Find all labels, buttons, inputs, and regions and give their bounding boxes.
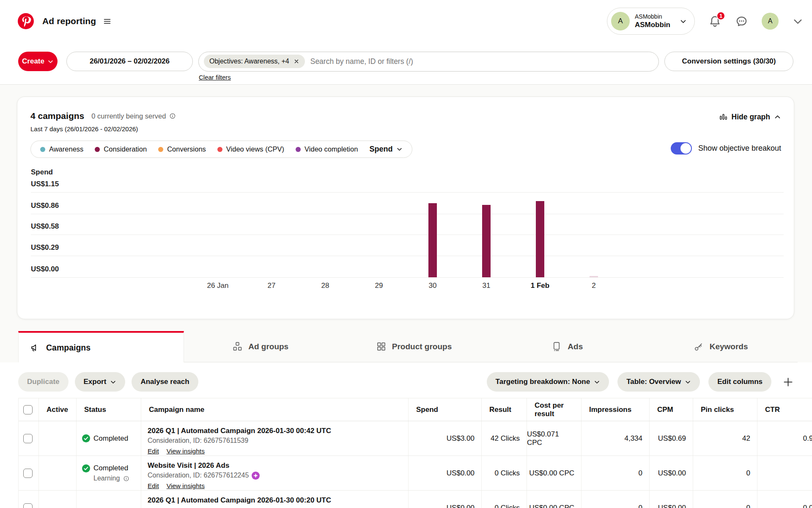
table-row: 2026 Q1 | Automated Campaign 2026-01-30 … [19, 491, 812, 508]
y-axis-tick-label: US$0.86 [31, 202, 59, 210]
export-button[interactable]: Export [75, 372, 126, 392]
tab-label: Ads [568, 342, 583, 351]
notifications-button[interactable]: 1 [708, 15, 721, 28]
chevron-down-icon [47, 58, 54, 65]
table-header-row: ActiveStatusCampaign nameSpendResultCost… [19, 398, 812, 421]
remove-filter-icon[interactable] [294, 58, 299, 64]
active-cell [39, 421, 77, 456]
row-checkbox[interactable] [23, 503, 33, 508]
result-cell: 42 Clicks [482, 421, 527, 456]
column-header-campaign-name: Campaign name [141, 398, 409, 421]
row-checkbox[interactable] [23, 469, 33, 478]
bar-30 [428, 203, 437, 277]
y-axis-tick-label: US$1.15 [31, 180, 59, 188]
top-bar: Ad reporting A ASMobbin ASMobbin 1 [0, 0, 812, 42]
column-header-cost-per-result: Cost per result [527, 398, 582, 421]
impressions-cell: 4,334 [582, 421, 650, 456]
chart-gridline [31, 192, 784, 193]
tab-ad-groups[interactable]: Ad groups [184, 331, 337, 362]
row-select-cell [19, 456, 39, 490]
account-switcher[interactable]: A ASMobbin ASMobbin [607, 8, 695, 35]
status-badge: Completed [82, 434, 128, 443]
select-all-checkbox[interactable] [23, 405, 33, 414]
tab-label: Keywords [710, 342, 748, 351]
tab-campaigns[interactable]: Campaigns [18, 331, 184, 362]
bar-31 [482, 205, 491, 277]
header-chevron-down-icon[interactable] [792, 16, 804, 27]
chevron-down-icon [594, 379, 600, 385]
filter-chip-label: Objectives: Awareness, +4 [209, 58, 289, 65]
x-axis-tick-label: 31 [483, 282, 491, 290]
search-input[interactable]: Objectives: Awareness, +4 Search by name… [198, 52, 659, 72]
y-axis-tick-label: US$0.00 [31, 265, 59, 273]
cost-per-result-cell: US$0.00 CPC [527, 456, 582, 490]
y-axis-title: Spend [31, 168, 53, 177]
select-all-cell [19, 398, 39, 421]
ctr-cell: 0.00% [757, 491, 812, 508]
x-axis-tick-label: 1 Feb [531, 282, 549, 290]
tab-product-groups[interactable]: Product groups [337, 331, 491, 362]
row-select-cell [19, 421, 39, 456]
tab-keywords[interactable]: Keywords [644, 331, 798, 362]
pin-clicks-cell: 0 [693, 456, 757, 490]
conversion-settings-button[interactable]: Conversion settings (30/30) [664, 52, 793, 71]
tab-ads[interactable]: Ads [491, 331, 644, 362]
add-icon[interactable] [782, 376, 794, 388]
chart-gridline [31, 235, 784, 235]
status-cell: Completed [77, 421, 141, 456]
chart-gridline [31, 256, 784, 256]
bar-2 [590, 276, 598, 277]
cpm-cell: US$0.69 [650, 421, 693, 456]
column-header-result: Result [482, 398, 527, 421]
messages-button[interactable] [735, 15, 748, 28]
campaign-name: 2026 Q1 | Automated Campaign 2026-01-30 … [148, 496, 331, 505]
ctr-cell: 0.97% [757, 421, 812, 456]
edit-link[interactable]: Edit [148, 447, 159, 456]
x-axis-tick-label: 27 [268, 282, 276, 290]
spend-cell: US$3.00 [409, 421, 482, 456]
view-insights-link[interactable]: View insights [167, 447, 205, 456]
status-label: Completed [93, 434, 128, 443]
info-icon[interactable] [123, 475, 130, 482]
campaign-meta: Consideration, ID: 626757611539 [148, 436, 248, 445]
tab-label: Ad groups [248, 342, 288, 351]
analyse-reach-button[interactable]: Analyse reach [132, 372, 198, 392]
account-avatar: A [611, 12, 630, 30]
ctr-cell [757, 456, 812, 490]
edit-link[interactable]: Edit [148, 482, 159, 490]
view-insights-link[interactable]: View insights [167, 482, 205, 490]
duplicate-button[interactable]: Duplicate [18, 372, 69, 392]
edit-columns-button[interactable]: Edit columns [708, 372, 771, 392]
filters-toolbar: Create 26/01/2026 – 02/02/2026 Objective… [18, 52, 793, 71]
chat-icon [735, 15, 748, 28]
pinterest-logo-icon[interactable] [18, 13, 34, 29]
status-label: Completed [93, 464, 128, 472]
create-button[interactable]: Create [18, 52, 58, 71]
targeting-breakdown-button[interactable]: Targeting breakdown: None [487, 372, 609, 392]
user-avatar[interactable]: A [762, 13, 779, 30]
ad-reporting-page: Ad reporting A ASMobbin ASMobbin 1 [0, 0, 812, 508]
y-axis-tick-label: US$0.58 [31, 222, 59, 231]
table-view-label: Table: Overview [626, 378, 681, 386]
table-view-button[interactable]: Table: Overview [617, 372, 700, 392]
result-cell: 0 Clicks [482, 456, 527, 490]
x-axis-tick-label: 26 Jan [207, 282, 228, 290]
campaign-cell: Website Visit | 2026 AdsConsideration, I… [141, 456, 409, 490]
check-circle-icon [82, 464, 90, 472]
account-names: ASMobbin ASMobbin [635, 13, 670, 30]
x-axis-tick-label: 2 [592, 282, 595, 290]
impressions-cell: 0 [582, 456, 650, 490]
clear-filters-link[interactable]: Clear filters [199, 74, 231, 81]
app-title: Ad reporting [42, 16, 96, 26]
tab-label: Product groups [392, 342, 452, 351]
menu-icon[interactable] [103, 17, 112, 26]
pin-clicks-cell: 0 [693, 491, 757, 508]
row-checkbox[interactable] [23, 434, 33, 443]
objectives-filter-chip[interactable]: Objectives: Awareness, +4 [204, 55, 305, 68]
date-range-button[interactable]: 26/01/2026 – 02/02/2026 [66, 52, 193, 71]
megaphone-icon [30, 342, 40, 353]
check-circle-icon [82, 434, 90, 442]
x-axis-tick-label: 28 [321, 282, 329, 290]
pin-clicks-cell: 42 [693, 421, 757, 456]
bar-1-feb [536, 201, 544, 277]
